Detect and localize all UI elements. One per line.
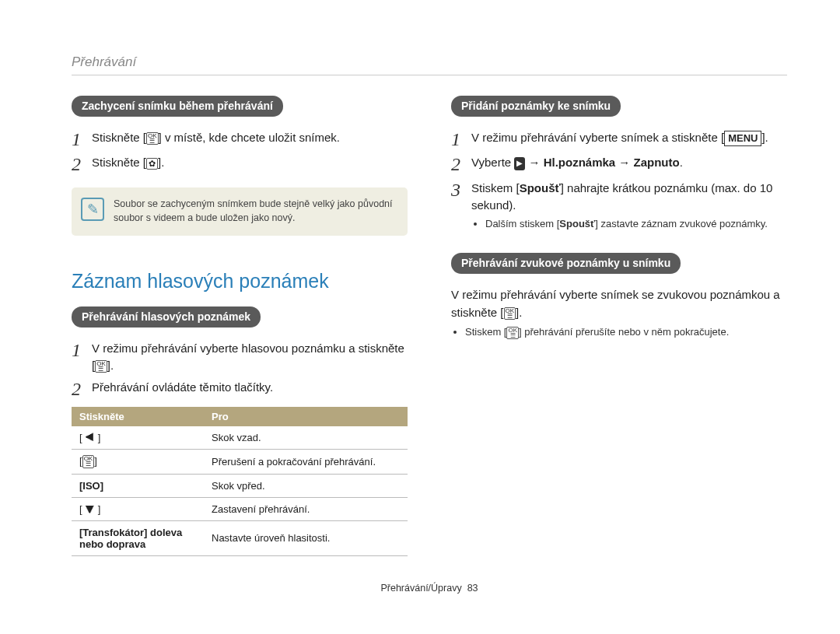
step-number: 1 bbox=[72, 129, 92, 149]
text: ]. bbox=[107, 359, 114, 372]
text: ]. bbox=[516, 306, 522, 319]
left-column: Zachycení snímku během přehrávání 1 Stis… bbox=[72, 93, 408, 556]
text: ] v místě, kde chcete uložit snímek. bbox=[159, 131, 340, 144]
step-text: V režimu přehrávání vyberte snímek a sti… bbox=[471, 129, 787, 146]
table-row: [ ⯆ ]Zastavení přehrávání. bbox=[72, 497, 408, 520]
step-row: 1 V režimu přehrávání vyberte snímek a s… bbox=[451, 129, 787, 149]
note-icon: ✎ bbox=[81, 198, 104, 221]
note-text: Soubor se zachyceným snímkem bude stejně… bbox=[114, 198, 393, 223]
bullet-list: Dalším stiskem [Spoušť] zastavte záznam … bbox=[471, 218, 787, 229]
menu-button-icon: MENU bbox=[724, 131, 761, 147]
text: Zapnuto bbox=[634, 156, 680, 169]
text: V režimu přehrávání vyberte snímek se zv… bbox=[451, 288, 780, 319]
arrow-icon: → bbox=[618, 156, 630, 169]
text: ]. bbox=[158, 156, 164, 169]
text: ] přehrávání přerušíte nebo v něm pokrač… bbox=[519, 326, 729, 338]
table-header-press: Stiskněte bbox=[72, 407, 204, 426]
table-cell-action: Nastavte úroveň hlasitosti. bbox=[204, 520, 408, 555]
text: Stiskněte [ bbox=[92, 156, 146, 169]
step-text: Stiskněte [✿]. bbox=[92, 154, 408, 171]
step-text: V režimu přehrávání vyberte hlasovou poz… bbox=[92, 340, 408, 374]
heading-add-note: Přidání poznámky ke snímku bbox=[451, 96, 621, 117]
text: V režimu přehrávání vyberte hlasovou poz… bbox=[92, 342, 404, 372]
footer-label: Přehrávání/Úpravy bbox=[380, 583, 461, 594]
manual-page: Přehrávání Zachycení snímku během přehrá… bbox=[0, 0, 840, 617]
settings-chip-icon: ▶ bbox=[514, 157, 525, 170]
text: Dalším stiskem [ bbox=[485, 218, 559, 229]
ok-icon: [OK☰] bbox=[72, 449, 204, 474]
step-row: 2 Stiskněte [✿]. bbox=[72, 154, 408, 174]
list-item: Stiskem [OK☰] přehrávání přerušíte nebo … bbox=[465, 326, 787, 339]
text: Stiskem [ bbox=[465, 326, 506, 338]
page-number: 83 bbox=[467, 583, 478, 594]
step-text: Vyberte ▶ → Hl.poznámka → Zapnuto. bbox=[471, 154, 787, 171]
step-text: Přehrávání ovládáte těmito tlačítky. bbox=[92, 379, 408, 396]
arrow-icon: → bbox=[528, 156, 540, 169]
table-cell-action: Skok vpřed. bbox=[204, 474, 408, 497]
heading-play-voice-memos: Přehrávání hlasových poznámek bbox=[72, 306, 261, 328]
step-row: 1 V režimu přehrávání vyberte hlasovou p… bbox=[72, 340, 408, 374]
text: V režimu přehrávání vyberte snímek a sti… bbox=[471, 131, 724, 144]
step-row: 1 Stiskněte [OK☰] v místě, kde chcete ul… bbox=[72, 129, 408, 149]
list-item: Dalším stiskem [Spoušť] zastavte záznam … bbox=[485, 218, 787, 229]
table-row: [Transfokátor] doleva nebo dopravaNastav… bbox=[72, 520, 408, 555]
right-column: Přidání poznámky ke snímku 1 V režimu př… bbox=[451, 93, 787, 556]
controls-tbody: [ ⯇ ]Skok vzad.[OK☰]Přerušení a pokračov… bbox=[72, 426, 408, 555]
step-number: 1 bbox=[72, 340, 92, 360]
step-number: 1 bbox=[451, 129, 471, 149]
step-number: 3 bbox=[451, 180, 471, 200]
table-header-for: Pro bbox=[204, 407, 408, 426]
flower-icon: [ ⯆ ] bbox=[72, 497, 204, 520]
text: ]. bbox=[761, 131, 768, 144]
table-row: [ ⯇ ]Skok vzad. bbox=[72, 426, 408, 450]
step-text: Stiskněte [OK☰] v místě, kde chcete ulož… bbox=[92, 129, 408, 146]
flash-icon: [ ⯇ ] bbox=[72, 426, 204, 450]
ok-icon: OK☰ bbox=[506, 327, 519, 339]
section-heading-voice-memos: Záznam hlasových poznámek bbox=[72, 270, 408, 292]
heading-capture-frame: Zachycení snímku během přehrávání bbox=[72, 96, 283, 117]
table-row: [OK☰]Přerušení a pokračování přehrávání. bbox=[72, 449, 408, 474]
table-cell-action: Přerušení a pokračování přehrávání. bbox=[204, 449, 408, 474]
text: Vyberte bbox=[471, 156, 514, 169]
controls-table: Stiskněte Pro [ ⯇ ]Skok vzad.[OK☰]Přeruš… bbox=[72, 407, 408, 556]
step-text: Stiskem [Spoušť] nahrajte krátkou poznám… bbox=[471, 180, 787, 214]
iso-label: [ISO] bbox=[72, 474, 204, 497]
text: Spoušť bbox=[520, 181, 561, 194]
text: ] zastavte záznam zvukové poznámky. bbox=[595, 218, 768, 229]
body-paragraph: V režimu přehrávání vyberte snímek se zv… bbox=[451, 286, 787, 321]
section-label: Přehrávání bbox=[72, 54, 787, 75]
note-box: ✎ Soubor se zachyceným snímkem bude stej… bbox=[72, 187, 408, 236]
text: Stiskněte [ bbox=[92, 131, 146, 144]
table-cell-action: Skok vzad. bbox=[204, 426, 408, 450]
step-row: 3 Stiskem [Spoušť] nahrajte krátkou pozn… bbox=[451, 180, 787, 214]
ok-icon: OK☰ bbox=[95, 360, 107, 373]
ok-icon: OK☰ bbox=[146, 132, 159, 145]
step-number: 2 bbox=[72, 379, 92, 399]
table-row: [ISO]Skok vpřed. bbox=[72, 474, 408, 497]
step-row: 2 Přehrávání ovládáte těmito tlačítky. bbox=[72, 379, 408, 399]
step-number: 2 bbox=[451, 154, 471, 174]
flower-icon: ✿ bbox=[146, 158, 158, 170]
table-cell-action: Zastavení přehrávání. bbox=[204, 497, 408, 520]
text: Hl.poznámka bbox=[544, 156, 616, 169]
text: Spoušť bbox=[559, 218, 595, 229]
heading-play-photo-memo: Přehrávání zvukové poznámky u snímku bbox=[451, 253, 681, 274]
bullet-list: Stiskem [OK☰] přehrávání přerušíte nebo … bbox=[451, 326, 787, 339]
two-column-layout: Zachycení snímku během přehrávání 1 Stis… bbox=[72, 93, 787, 556]
text: Stiskem [ bbox=[471, 181, 520, 194]
page-footer: Přehrávání/Úpravy 83 bbox=[72, 583, 787, 594]
zoom-label: [Transfokátor] doleva nebo doprava bbox=[72, 520, 204, 555]
step-number: 2 bbox=[72, 154, 92, 174]
step-row: 2 Vyberte ▶ → Hl.poznámka → Zapnuto. bbox=[451, 154, 787, 174]
ok-icon: OK☰ bbox=[504, 307, 516, 320]
